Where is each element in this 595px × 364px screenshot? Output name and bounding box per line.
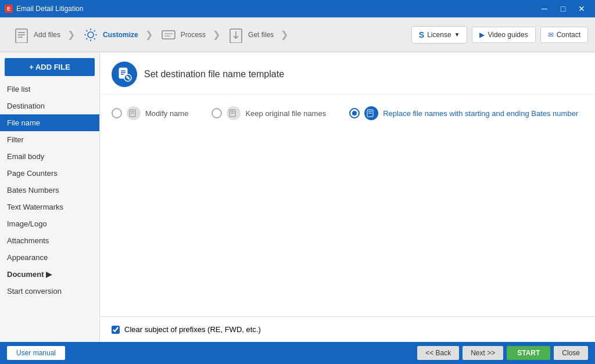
sidebar-item-image-logo[interactable]: Image/Logo — [0, 215, 99, 232]
sidebar-item-file-list[interactable]: File list — [0, 81, 99, 98]
file-name-options: Modify name Keep original file names — [100, 95, 595, 129]
radio-modify-name[interactable] — [112, 108, 122, 118]
sidebar-item-destination-label: Destination — [7, 102, 45, 110]
next-button[interactable]: Next >> — [463, 346, 503, 360]
title-bar: E Email Detail Litigation ─ □ ✕ — [0, 0, 595, 17]
sidebar-item-file-list-label: File list — [7, 85, 30, 93]
bottom-bar: User manual << Back Next >> START Close — [0, 342, 595, 364]
video-guides-button[interactable]: ▶ Video guides — [472, 27, 535, 43]
svg-point-4 — [88, 32, 94, 38]
video-guides-label: Video guides — [488, 31, 528, 39]
clear-subject-checkbox[interactable] — [112, 326, 120, 334]
main-layout: + ADD FILE File list Destination File na… — [0, 52, 595, 342]
play-icon: ▶ — [479, 31, 485, 39]
license-icon: S — [419, 30, 424, 39]
add-files-icon — [13, 26, 30, 44]
user-manual-button[interactable]: User manual — [7, 346, 65, 360]
option-replace-bates[interactable]: Replace file names with starting and end… — [349, 106, 578, 120]
minimize-button[interactable]: ─ — [536, 0, 553, 17]
sidebar-item-document-label: Document ▶ — [7, 270, 52, 279]
contact-label: Contact — [557, 31, 580, 39]
sidebar-item-document[interactable]: Document ▶ — [0, 266, 99, 283]
contact-button[interactable]: ✉ Contact — [540, 27, 588, 43]
close-window-button[interactable]: ✕ — [573, 0, 590, 17]
option-modify-name-label: Modify name — [145, 109, 188, 118]
clear-subject-label: Clear subject of prefixes (RE, FWD, etc.… — [124, 325, 261, 334]
sidebar-item-bates-numbers-label: Bates Numbers — [7, 186, 59, 194]
window-title: Email Detail Litigation — [16, 5, 83, 13]
keep-original-icon — [227, 106, 241, 120]
option-replace-bates-label: Replace file names with starting and end… — [383, 109, 578, 118]
wizard-steps: Add files ❯ Customize ❯ Proce — [7, 23, 289, 47]
sidebar-item-file-name[interactable]: File name — [0, 114, 99, 131]
svg-rect-5 — [162, 31, 175, 39]
sidebar-item-start-conversion-label: Start conversion — [7, 287, 62, 295]
step-customize-label: Customize — [103, 31, 138, 39]
sidebar-item-start-conversion[interactable]: Start conversion — [0, 283, 99, 300]
license-label: License — [427, 31, 451, 39]
sidebar-item-destination[interactable]: Destination — [0, 98, 99, 114]
add-file-button[interactable]: + ADD FILE — [5, 58, 95, 76]
sidebar-item-attachments-label: Attachments — [7, 236, 49, 245]
get-files-icon — [227, 26, 245, 44]
content-header-title: Set destination file name template — [144, 69, 284, 80]
svg-rect-0 — [16, 29, 27, 43]
option-keep-original-label: Keep original file names — [245, 109, 326, 118]
step-add-files[interactable]: Add files — [7, 23, 66, 47]
content-header: ✎ Set destination file name template — [100, 52, 595, 95]
step-process-label: Process — [181, 31, 206, 39]
step-process[interactable]: Process — [154, 23, 212, 47]
sidebar-item-file-name-label: File name — [7, 118, 40, 127]
step-add-files-label: Add files — [34, 31, 60, 39]
sidebar-item-appearance-label: Appearance — [7, 253, 48, 262]
back-button[interactable]: << Back — [417, 346, 459, 360]
start-button[interactable]: START — [507, 346, 550, 360]
replace-bates-icon — [364, 106, 378, 120]
step-arrow-2: ❯ — [145, 29, 153, 40]
sidebar-item-text-watermarks[interactable]: Text Watermarks — [0, 199, 99, 215]
step-get-files-label: Get files — [248, 31, 274, 39]
option-modify-name[interactable]: Modify name — [112, 106, 188, 120]
option-keep-original[interactable]: Keep original file names — [212, 106, 326, 120]
process-icon — [160, 26, 177, 44]
step-arrow-3: ❯ — [213, 29, 220, 40]
content-main — [100, 129, 595, 316]
step-customize[interactable]: Customize — [76, 23, 144, 47]
radio-replace-bates[interactable] — [349, 108, 360, 118]
sidebar-item-filter[interactable]: Filter — [0, 131, 99, 148]
contact-icon: ✉ — [548, 31, 554, 39]
step-arrow-4: ❯ — [281, 29, 288, 40]
content-footer: Clear subject of prefixes (RE, FWD, etc.… — [100, 316, 595, 342]
bottom-nav-buttons: << Back Next >> START Close — [417, 346, 588, 360]
sidebar-item-appearance[interactable]: Appearance — [0, 249, 99, 266]
app-icon: E — [5, 5, 13, 13]
sidebar-item-bates-numbers[interactable]: Bates Numbers — [0, 182, 99, 199]
toolbar: Add files ❯ Customize ❯ Proce — [0, 17, 595, 52]
sidebar-item-page-counters-label: Page Counters — [7, 169, 58, 178]
maximize-button[interactable]: □ — [554, 0, 572, 17]
title-bar-left: E Email Detail Litigation — [5, 5, 83, 13]
license-dropdown-icon: ▼ — [454, 31, 460, 38]
modify-name-icon — [127, 106, 141, 120]
sidebar-item-image-logo-label: Image/Logo — [7, 219, 47, 228]
toolbar-right: S License ▼ ▶ Video guides ✉ Contact — [411, 26, 588, 44]
content-header-icon: ✎ — [112, 62, 137, 87]
sidebar-item-email-body-label: Email body — [7, 152, 44, 161]
step-get-files[interactable]: Get files — [221, 23, 279, 47]
content-area: ✎ Set destination file name template Mod… — [100, 52, 595, 342]
license-button[interactable]: S License ▼ — [411, 26, 468, 44]
sidebar-nav: File list Destination File name Filter E… — [0, 81, 99, 342]
sidebar-item-attachments[interactable]: Attachments — [0, 232, 99, 249]
sidebar-item-email-body[interactable]: Email body — [0, 148, 99, 165]
sidebar-item-filter-label: Filter — [7, 135, 24, 144]
radio-keep-original[interactable] — [212, 108, 222, 118]
step-arrow-1: ❯ — [67, 29, 75, 40]
sidebar: + ADD FILE File list Destination File na… — [0, 52, 100, 342]
window-controls: ─ □ ✕ — [536, 0, 590, 17]
close-button[interactable]: Close — [554, 346, 588, 360]
svg-text:✎: ✎ — [126, 75, 130, 81]
sidebar-item-page-counters[interactable]: Page Counters — [0, 165, 99, 182]
customize-icon — [82, 26, 99, 44]
sidebar-item-text-watermarks-label: Text Watermarks — [7, 203, 63, 211]
